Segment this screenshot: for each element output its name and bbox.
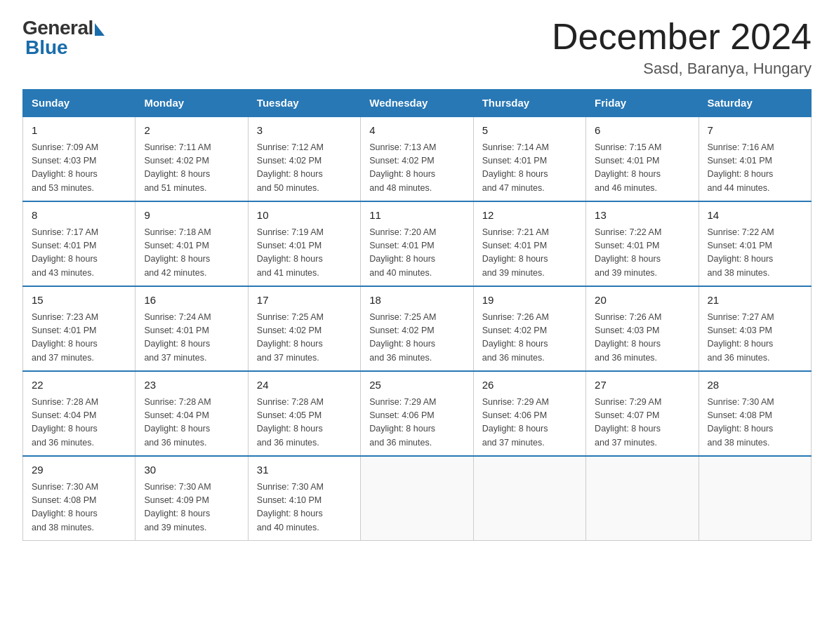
calendar-cell: 26Sunrise: 7:29 AM Sunset: 4:06 PM Dayli…: [473, 371, 585, 456]
column-header-saturday: Saturday: [699, 90, 811, 117]
column-header-friday: Friday: [586, 90, 699, 117]
day-info: Sunrise: 7:30 AM Sunset: 4:10 PM Dayligh…: [257, 481, 352, 535]
day-number: 26: [482, 377, 577, 394]
day-info: Sunrise: 7:19 AM Sunset: 4:01 PM Dayligh…: [257, 226, 352, 281]
calendar-cell: 19Sunrise: 7:26 AM Sunset: 4:02 PM Dayli…: [473, 286, 585, 371]
day-number: 13: [595, 208, 689, 224]
day-number: 28: [708, 377, 802, 394]
day-info: Sunrise: 7:25 AM Sunset: 4:02 PM Dayligh…: [369, 311, 464, 365]
day-number: 14: [708, 208, 802, 224]
day-info: Sunrise: 7:28 AM Sunset: 4:04 PM Dayligh…: [144, 396, 239, 450]
day-info: Sunrise: 7:22 AM Sunset: 4:01 PM Dayligh…: [708, 226, 802, 281]
day-info: Sunrise: 7:26 AM Sunset: 4:02 PM Dayligh…: [482, 311, 577, 365]
calendar-cell: 6Sunrise: 7:15 AM Sunset: 4:01 PM Daylig…: [586, 116, 699, 201]
calendar-cell: 16Sunrise: 7:24 AM Sunset: 4:01 PM Dayli…: [135, 286, 248, 371]
calendar-cell: 14Sunrise: 7:22 AM Sunset: 4:01 PM Dayli…: [699, 201, 811, 286]
calendar-cell: 2Sunrise: 7:11 AM Sunset: 4:02 PM Daylig…: [135, 116, 248, 201]
day-number: 10: [257, 208, 352, 224]
column-header-sunday: Sunday: [23, 90, 135, 117]
calendar-cell: [361, 456, 473, 541]
column-header-thursday: Thursday: [473, 90, 585, 117]
logo-blue-text: Blue: [22, 36, 68, 59]
calendar-cell: 20Sunrise: 7:26 AM Sunset: 4:03 PM Dayli…: [586, 286, 699, 371]
day-info: Sunrise: 7:14 AM Sunset: 4:01 PM Dayligh…: [482, 141, 577, 196]
logo: General Blue: [22, 17, 105, 59]
day-number: 4: [369, 123, 464, 139]
calendar-cell: 4Sunrise: 7:13 AM Sunset: 4:02 PM Daylig…: [361, 116, 473, 201]
day-info: Sunrise: 7:21 AM Sunset: 4:01 PM Dayligh…: [482, 226, 577, 281]
day-info: Sunrise: 7:09 AM Sunset: 4:03 PM Dayligh…: [32, 141, 126, 196]
calendar-cell: 3Sunrise: 7:12 AM Sunset: 4:02 PM Daylig…: [248, 116, 360, 201]
week-row-2: 8Sunrise: 7:17 AM Sunset: 4:01 PM Daylig…: [23, 201, 812, 286]
calendar-cell: 8Sunrise: 7:17 AM Sunset: 4:01 PM Daylig…: [23, 201, 135, 286]
calendar-cell: 9Sunrise: 7:18 AM Sunset: 4:01 PM Daylig…: [135, 201, 248, 286]
day-number: 15: [32, 293, 126, 309]
location-title: Sasd, Baranya, Hungary: [552, 60, 812, 78]
calendar-cell: 30Sunrise: 7:30 AM Sunset: 4:09 PM Dayli…: [135, 456, 248, 541]
day-number: 1: [32, 123, 126, 139]
day-info: Sunrise: 7:15 AM Sunset: 4:01 PM Dayligh…: [595, 141, 689, 196]
day-number: 8: [32, 208, 126, 224]
calendar-cell: 31Sunrise: 7:30 AM Sunset: 4:10 PM Dayli…: [248, 456, 360, 541]
calendar-cell: 1Sunrise: 7:09 AM Sunset: 4:03 PM Daylig…: [23, 116, 135, 201]
day-number: 3: [257, 123, 352, 139]
day-number: 23: [144, 377, 239, 394]
title-block: December 2024 Sasd, Baranya, Hungary: [552, 17, 812, 78]
calendar-cell: 12Sunrise: 7:21 AM Sunset: 4:01 PM Dayli…: [473, 201, 585, 286]
calendar-cell: 25Sunrise: 7:29 AM Sunset: 4:06 PM Dayli…: [361, 371, 473, 456]
week-row-1: 1Sunrise: 7:09 AM Sunset: 4:03 PM Daylig…: [23, 116, 812, 201]
day-info: Sunrise: 7:23 AM Sunset: 4:01 PM Dayligh…: [32, 311, 126, 365]
calendar-cell: 27Sunrise: 7:29 AM Sunset: 4:07 PM Dayli…: [586, 371, 699, 456]
calendar-header-row: SundayMondayTuesdayWednesdayThursdayFrid…: [23, 90, 812, 117]
day-info: Sunrise: 7:29 AM Sunset: 4:06 PM Dayligh…: [369, 396, 464, 450]
calendar-cell: 22Sunrise: 7:28 AM Sunset: 4:04 PM Dayli…: [23, 371, 135, 456]
day-number: 20: [595, 293, 689, 309]
day-info: Sunrise: 7:30 AM Sunset: 4:08 PM Dayligh…: [708, 396, 802, 450]
day-number: 27: [595, 377, 689, 394]
day-number: 18: [369, 293, 464, 309]
day-info: Sunrise: 7:30 AM Sunset: 4:09 PM Dayligh…: [144, 481, 239, 535]
calendar-cell: 23Sunrise: 7:28 AM Sunset: 4:04 PM Dayli…: [135, 371, 248, 456]
day-number: 29: [32, 462, 126, 478]
day-number: 31: [257, 462, 352, 478]
day-number: 9: [144, 208, 239, 224]
day-info: Sunrise: 7:12 AM Sunset: 4:02 PM Dayligh…: [257, 141, 352, 196]
day-number: 17: [257, 293, 352, 309]
day-number: 12: [482, 208, 577, 224]
day-info: Sunrise: 7:16 AM Sunset: 4:01 PM Dayligh…: [708, 141, 802, 196]
day-number: 30: [144, 462, 239, 478]
day-number: 24: [257, 377, 352, 394]
calendar-cell: 29Sunrise: 7:30 AM Sunset: 4:08 PM Dayli…: [23, 456, 135, 541]
day-number: 6: [595, 123, 689, 139]
day-info: Sunrise: 7:28 AM Sunset: 4:05 PM Dayligh…: [257, 396, 352, 450]
calendar-cell: [473, 456, 585, 541]
day-info: Sunrise: 7:20 AM Sunset: 4:01 PM Dayligh…: [369, 226, 464, 281]
day-info: Sunrise: 7:24 AM Sunset: 4:01 PM Dayligh…: [144, 311, 239, 365]
calendar-cell: 7Sunrise: 7:16 AM Sunset: 4:01 PM Daylig…: [699, 116, 811, 201]
column-header-monday: Monday: [135, 90, 248, 117]
week-row-3: 15Sunrise: 7:23 AM Sunset: 4:01 PM Dayli…: [23, 286, 812, 371]
column-header-tuesday: Tuesday: [248, 90, 360, 117]
day-number: 21: [708, 293, 802, 309]
week-row-4: 22Sunrise: 7:28 AM Sunset: 4:04 PM Dayli…: [23, 371, 812, 456]
day-info: Sunrise: 7:18 AM Sunset: 4:01 PM Dayligh…: [144, 226, 239, 281]
calendar-cell: 11Sunrise: 7:20 AM Sunset: 4:01 PM Dayli…: [361, 201, 473, 286]
calendar-cell: 15Sunrise: 7:23 AM Sunset: 4:01 PM Dayli…: [23, 286, 135, 371]
day-info: Sunrise: 7:22 AM Sunset: 4:01 PM Dayligh…: [595, 226, 689, 281]
day-info: Sunrise: 7:17 AM Sunset: 4:01 PM Dayligh…: [32, 226, 126, 281]
calendar-cell: 18Sunrise: 7:25 AM Sunset: 4:02 PM Dayli…: [361, 286, 473, 371]
calendar-cell: 5Sunrise: 7:14 AM Sunset: 4:01 PM Daylig…: [473, 116, 585, 201]
day-info: Sunrise: 7:11 AM Sunset: 4:02 PM Dayligh…: [144, 141, 239, 196]
day-number: 19: [482, 293, 577, 309]
day-info: Sunrise: 7:27 AM Sunset: 4:03 PM Dayligh…: [708, 311, 802, 365]
calendar-cell: 24Sunrise: 7:28 AM Sunset: 4:05 PM Dayli…: [248, 371, 360, 456]
day-info: Sunrise: 7:25 AM Sunset: 4:02 PM Dayligh…: [257, 311, 352, 365]
day-info: Sunrise: 7:26 AM Sunset: 4:03 PM Dayligh…: [595, 311, 689, 365]
day-info: Sunrise: 7:28 AM Sunset: 4:04 PM Dayligh…: [32, 396, 126, 450]
logo-arrow-icon: [95, 23, 105, 36]
day-number: 7: [708, 123, 802, 139]
day-info: Sunrise: 7:30 AM Sunset: 4:08 PM Dayligh…: [32, 481, 126, 535]
day-number: 5: [482, 123, 577, 139]
calendar-cell: 21Sunrise: 7:27 AM Sunset: 4:03 PM Dayli…: [699, 286, 811, 371]
day-number: 22: [32, 377, 126, 394]
